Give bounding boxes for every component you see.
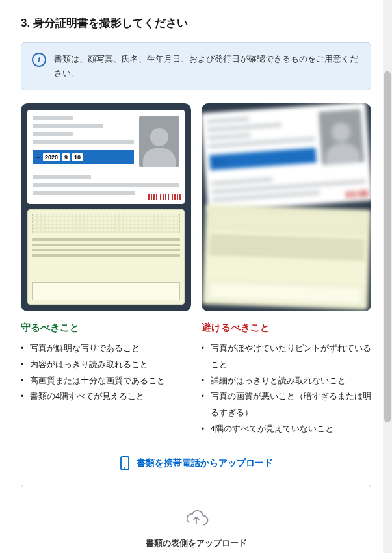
upload-from-mobile-link[interactable]: 書類を携帯電話からアップロード xyxy=(21,456,371,470)
svg-point-1 xyxy=(124,467,125,469)
guidelines-row: 守るべきこと 写真が鮮明な写りであること 内容がはっきり読み取れること 高画質ま… xyxy=(21,322,371,437)
info-icon: i xyxy=(32,53,46,67)
card-day: 10 xyxy=(72,153,83,161)
dont-list: 写真がぼやけていたりピントがずれていること 詳細がはっきりと読み取れないこと 写… xyxy=(202,341,372,437)
mobile-icon xyxy=(120,456,130,470)
upload-front-dropzone[interactable]: 書類の表側をアップロード xyxy=(21,485,371,553)
dont-column: 避けるべきこと 写真がぼやけていたりピントがずれていること 詳細がはっきりと読み… xyxy=(202,322,372,437)
id-card-back-blurred xyxy=(202,204,371,310)
list-item: 詳細がはっきりと読み取れないこと xyxy=(202,373,372,389)
do-title: 守るべきこと xyxy=(21,322,191,334)
section-heading: 3. 身分証明書を撮影してください xyxy=(21,16,371,31)
bad-example-image xyxy=(202,103,372,311)
bad-example xyxy=(202,103,372,311)
good-example-image: 2020 9 10 xyxy=(21,103,191,311)
id-card-front-blurred xyxy=(202,103,372,212)
list-item: 4隅のすべてが見えていないこと xyxy=(202,421,372,437)
upload-front-label: 書類の表側をアップロード xyxy=(146,537,247,549)
info-banner: i 書類は、顔写真、氏名、生年月日、および発行日が確認できるものをご用意ください… xyxy=(21,42,371,90)
card-month: 9 xyxy=(62,153,70,161)
dont-title: 避けるべきこと xyxy=(202,322,372,334)
list-item: 写真の画質が悪いこと（暗すぎるまたは明るすぎる） xyxy=(202,389,372,420)
example-images-row: 2020 9 10 xyxy=(21,103,371,311)
cloud-upload-icon xyxy=(183,509,210,528)
do-list: 写真が鮮明な写りであること 内容がはっきり読み取れること 高画質または十分な画質… xyxy=(21,341,191,405)
info-text: 書類は、顔写真、氏名、生年月日、および発行日が確認できるものをご用意ください。 xyxy=(54,52,360,81)
page-content: 3. 身分証明書を撮影してください i 書類は、顔写真、氏名、生年月日、および発… xyxy=(0,0,392,553)
id-photo-icon xyxy=(139,116,179,167)
id-card-back xyxy=(27,209,185,305)
list-item: 高画質または十分な画質であること xyxy=(21,373,191,389)
mobile-link-label: 書類を携帯電話からアップロード xyxy=(137,457,273,469)
card-year: 2020 xyxy=(43,153,60,161)
list-item: 内容がはっきり読み取れること xyxy=(21,357,191,373)
list-item: 写真が鮮明な写りであること xyxy=(21,341,191,357)
good-example: 2020 9 10 xyxy=(21,103,191,311)
do-column: 守るべきこと 写真が鮮明な写りであること 内容がはっきり読み取れること 高画質ま… xyxy=(21,322,191,437)
list-item: 写真がぼやけていたりピントがずれていること xyxy=(202,341,372,372)
id-card-front: 2020 9 10 xyxy=(27,110,185,204)
list-item: 書類の4隅すべてが見えること xyxy=(21,389,191,405)
